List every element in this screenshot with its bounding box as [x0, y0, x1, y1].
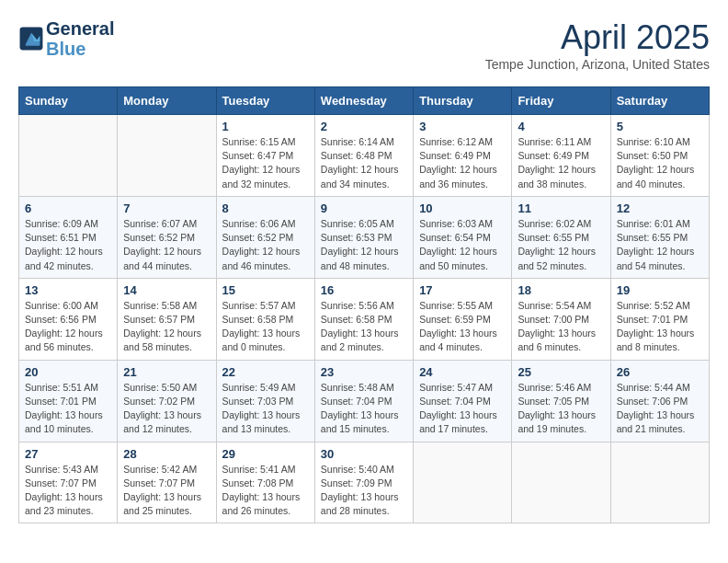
- logo-text-general: General: [46, 18, 114, 39]
- day-info: Sunrise: 5:57 AM Sunset: 6:58 PM Dayligh…: [222, 299, 309, 355]
- week-row-3: 13Sunrise: 6:00 AM Sunset: 6:56 PM Dayli…: [19, 278, 710, 360]
- day-info: Sunrise: 5:55 AM Sunset: 6:59 PM Dayligh…: [419, 299, 506, 355]
- logo-icon: [18, 26, 44, 52]
- calendar-cell: 21Sunrise: 5:50 AM Sunset: 7:02 PM Dayli…: [118, 360, 216, 442]
- week-row-5: 27Sunrise: 5:43 AM Sunset: 7:07 PM Dayli…: [19, 442, 710, 523]
- day-info: Sunrise: 5:41 AM Sunset: 7:08 PM Dayligh…: [222, 463, 309, 519]
- day-number: 18: [518, 283, 604, 297]
- day-info: Sunrise: 5:56 AM Sunset: 6:58 PM Dayligh…: [321, 299, 407, 355]
- calendar-cell: 2Sunrise: 6:14 AM Sunset: 6:48 PM Daylig…: [314, 115, 413, 197]
- day-info: Sunrise: 6:07 AM Sunset: 6:52 PM Dayligh…: [123, 217, 210, 273]
- calendar-cell: 12Sunrise: 6:01 AM Sunset: 6:55 PM Dayli…: [610, 196, 709, 278]
- day-info: Sunrise: 5:52 AM Sunset: 7:01 PM Dayligh…: [617, 299, 703, 355]
- day-info: Sunrise: 5:47 AM Sunset: 7:04 PM Dayligh…: [419, 381, 506, 437]
- day-info: Sunrise: 6:11 AM Sunset: 6:49 PM Dayligh…: [518, 135, 604, 191]
- day-number: 17: [419, 283, 506, 297]
- calendar-cell: 15Sunrise: 5:57 AM Sunset: 6:58 PM Dayli…: [216, 278, 314, 360]
- calendar-cell: [610, 442, 709, 523]
- calendar-cell: 28Sunrise: 5:42 AM Sunset: 7:07 PM Dayli…: [118, 442, 216, 523]
- weekday-header-saturday: Saturday: [610, 87, 709, 115]
- day-number: 20: [25, 365, 111, 379]
- day-number: 26: [617, 365, 703, 379]
- day-number: 12: [617, 201, 703, 215]
- calendar-cell: 7Sunrise: 6:07 AM Sunset: 6:52 PM Daylig…: [118, 196, 216, 278]
- calendar-cell: 3Sunrise: 6:12 AM Sunset: 6:49 PM Daylig…: [414, 115, 512, 197]
- day-info: Sunrise: 5:54 AM Sunset: 7:00 PM Dayligh…: [518, 299, 604, 355]
- calendar-cell: [19, 115, 118, 197]
- weekday-header-tuesday: Tuesday: [216, 87, 314, 115]
- day-number: 23: [321, 365, 407, 379]
- day-info: Sunrise: 6:12 AM Sunset: 6:49 PM Dayligh…: [419, 135, 506, 191]
- location: Tempe Junction, Arizona, United States: [485, 57, 710, 72]
- day-info: Sunrise: 6:09 AM Sunset: 6:51 PM Dayligh…: [25, 217, 111, 273]
- calendar-cell: [414, 442, 512, 523]
- day-info: Sunrise: 5:43 AM Sunset: 7:07 PM Dayligh…: [25, 463, 111, 519]
- day-number: 1: [222, 120, 309, 133]
- calendar-cell: 27Sunrise: 5:43 AM Sunset: 7:07 PM Dayli…: [19, 442, 118, 523]
- day-number: 14: [123, 283, 210, 297]
- day-number: 15: [222, 283, 309, 297]
- calendar-cell: 5Sunrise: 6:10 AM Sunset: 6:50 PM Daylig…: [610, 115, 709, 197]
- day-number: 24: [419, 365, 506, 379]
- day-info: Sunrise: 6:02 AM Sunset: 6:55 PM Dayligh…: [518, 217, 604, 273]
- week-row-2: 6Sunrise: 6:09 AM Sunset: 6:51 PM Daylig…: [19, 196, 710, 278]
- day-info: Sunrise: 5:50 AM Sunset: 7:02 PM Dayligh…: [123, 381, 210, 437]
- calendar-cell: 11Sunrise: 6:02 AM Sunset: 6:55 PM Dayli…: [512, 196, 610, 278]
- day-info: Sunrise: 6:15 AM Sunset: 6:47 PM Dayligh…: [222, 135, 309, 191]
- day-info: Sunrise: 6:03 AM Sunset: 6:54 PM Dayligh…: [419, 217, 506, 273]
- calendar-cell: 8Sunrise: 6:06 AM Sunset: 6:52 PM Daylig…: [216, 196, 314, 278]
- week-row-4: 20Sunrise: 5:51 AM Sunset: 7:01 PM Dayli…: [19, 360, 710, 442]
- calendar-cell: 1Sunrise: 6:15 AM Sunset: 6:47 PM Daylig…: [216, 115, 314, 197]
- calendar-cell: 22Sunrise: 5:49 AM Sunset: 7:03 PM Dayli…: [216, 360, 314, 442]
- day-number: 27: [25, 447, 111, 461]
- day-info: Sunrise: 6:05 AM Sunset: 6:53 PM Dayligh…: [321, 217, 407, 273]
- week-row-1: 1Sunrise: 6:15 AM Sunset: 6:47 PM Daylig…: [19, 115, 710, 197]
- day-info: Sunrise: 5:46 AM Sunset: 7:05 PM Dayligh…: [518, 381, 604, 437]
- calendar-cell: 16Sunrise: 5:56 AM Sunset: 6:58 PM Dayli…: [314, 278, 413, 360]
- day-info: Sunrise: 5:49 AM Sunset: 7:03 PM Dayligh…: [222, 381, 309, 437]
- day-number: 3: [419, 120, 506, 133]
- day-info: Sunrise: 5:58 AM Sunset: 6:57 PM Dayligh…: [123, 299, 210, 355]
- logo: General Blue: [18, 18, 114, 59]
- day-info: Sunrise: 5:48 AM Sunset: 7:04 PM Dayligh…: [321, 381, 407, 437]
- day-number: 25: [518, 365, 604, 379]
- calendar-cell: 4Sunrise: 6:11 AM Sunset: 6:49 PM Daylig…: [512, 115, 610, 197]
- day-info: Sunrise: 6:00 AM Sunset: 6:56 PM Dayligh…: [25, 299, 111, 355]
- calendar-cell: 29Sunrise: 5:41 AM Sunset: 7:08 PM Dayli…: [216, 442, 314, 523]
- weekday-header-thursday: Thursday: [414, 87, 512, 115]
- day-number: 2: [321, 120, 407, 133]
- day-number: 6: [25, 201, 111, 215]
- day-number: 29: [222, 447, 309, 461]
- day-info: Sunrise: 6:06 AM Sunset: 6:52 PM Dayligh…: [222, 217, 309, 273]
- calendar-cell: 23Sunrise: 5:48 AM Sunset: 7:04 PM Dayli…: [314, 360, 413, 442]
- weekday-header-friday: Friday: [512, 87, 610, 115]
- calendar-cell: 13Sunrise: 6:00 AM Sunset: 6:56 PM Dayli…: [19, 278, 118, 360]
- day-number: 4: [518, 120, 604, 133]
- weekday-header-monday: Monday: [118, 87, 216, 115]
- day-number: 22: [222, 365, 309, 379]
- day-number: 19: [617, 283, 703, 297]
- calendar-cell: 19Sunrise: 5:52 AM Sunset: 7:01 PM Dayli…: [610, 278, 709, 360]
- page-header: General Blue April 2025 Tempe Junction, …: [18, 18, 710, 72]
- weekday-header-row: SundayMondayTuesdayWednesdayThursdayFrid…: [19, 87, 710, 115]
- day-number: 28: [123, 447, 210, 461]
- calendar-cell: 24Sunrise: 5:47 AM Sunset: 7:04 PM Dayli…: [414, 360, 512, 442]
- calendar-cell: 9Sunrise: 6:05 AM Sunset: 6:53 PM Daylig…: [314, 196, 413, 278]
- calendar-cell: 18Sunrise: 5:54 AM Sunset: 7:00 PM Dayli…: [512, 278, 610, 360]
- calendar-cell: 30Sunrise: 5:40 AM Sunset: 7:09 PM Dayli…: [314, 442, 413, 523]
- title-block: April 2025 Tempe Junction, Arizona, Unit…: [485, 18, 710, 72]
- weekday-header-sunday: Sunday: [19, 87, 118, 115]
- calendar-table: SundayMondayTuesdayWednesdayThursdayFrid…: [18, 86, 710, 523]
- day-number: 9: [321, 201, 407, 215]
- logo-text-blue: Blue: [46, 39, 114, 59]
- day-info: Sunrise: 6:10 AM Sunset: 6:50 PM Dayligh…: [617, 135, 703, 191]
- calendar-cell: 26Sunrise: 5:44 AM Sunset: 7:06 PM Dayli…: [610, 360, 709, 442]
- calendar-cell: 25Sunrise: 5:46 AM Sunset: 7:05 PM Dayli…: [512, 360, 610, 442]
- day-number: 30: [321, 447, 407, 461]
- day-number: 5: [617, 120, 703, 133]
- day-info: Sunrise: 5:51 AM Sunset: 7:01 PM Dayligh…: [25, 381, 111, 437]
- day-number: 11: [518, 201, 604, 215]
- calendar-cell: 20Sunrise: 5:51 AM Sunset: 7:01 PM Dayli…: [19, 360, 118, 442]
- day-info: Sunrise: 5:44 AM Sunset: 7:06 PM Dayligh…: [617, 381, 703, 437]
- day-info: Sunrise: 6:01 AM Sunset: 6:55 PM Dayligh…: [617, 217, 703, 273]
